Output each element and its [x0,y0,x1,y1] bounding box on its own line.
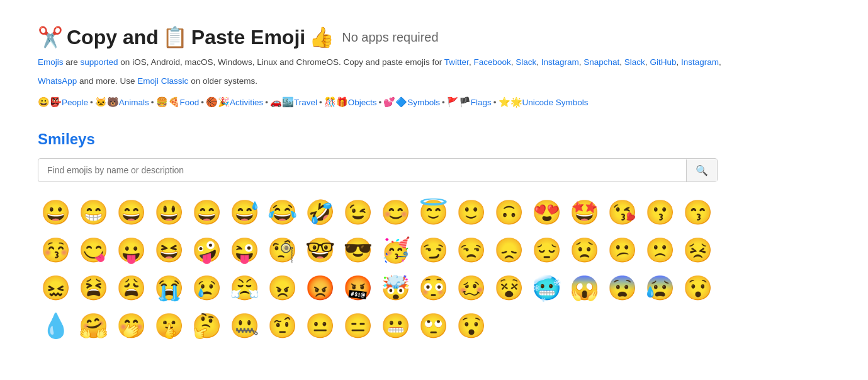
instagram-link1[interactable]: Instagram [541,57,579,67]
emoji-hugging[interactable]: 🤗 [76,308,111,343]
nav-objects[interactable]: Objects [348,94,377,111]
emoji-zany[interactable]: 🤪 [189,233,224,268]
emoji-exploding[interactable]: 🤯 [378,270,413,306]
symbols-emoji-icon: 💕 [383,93,395,112]
emoji-persevere[interactable]: 😣 [680,233,715,268]
emoji-cursing[interactable]: 🤬 [340,270,375,306]
category-nav: 😀 👺 People • 🐱 🐻 Animals • 🍔 🍕 Food • 🏀 … [38,93,830,112]
emoji-innocent[interactable]: 😇 [415,195,451,230]
emoji-tired[interactable]: 😫 [76,270,111,306]
nav-unicode[interactable]: Unicode Symbols [522,94,589,111]
emoji-pensive[interactable]: 😔 [529,233,564,268]
emoji-slightly-frowning[interactable]: 🙁 [642,233,677,268]
emoji-stuck-out-tongue[interactable]: 😛 [113,233,149,268]
emoji-winking-tongue[interactable]: 😜 [227,233,262,268]
emoji-smirk[interactable]: 😏 [415,233,451,268]
emoji-partying[interactable]: 🥳 [378,233,413,268]
emoji-weary[interactable]: 😩 [113,270,149,306]
emoji-sweat-smile[interactable]: 😅 [227,195,262,230]
emoji-kissing-closed[interactable]: 😚 [38,233,73,268]
emoji-hushed2[interactable]: 😯 [453,308,488,343]
emoji-dizzy[interactable]: 😵 [491,270,526,306]
nav-symbols[interactable]: Symbols [407,94,440,111]
emoji-sunglasses[interactable]: 😎 [340,233,375,268]
activities-emoji-icon: 🏀 [206,93,218,112]
travel-emoji-icon: 🚗 [270,93,282,112]
emoji-laughing[interactable]: 😂 [264,195,300,230]
emoji-slightly-smiling[interactable]: 🙂 [453,195,488,230]
facebook-link[interactable]: Facebook [473,57,510,67]
slack-link1[interactable]: Slack [516,57,536,67]
emoji-classic-link[interactable]: Emoji Classic [137,76,188,86]
emoji-disappointed[interactable]: 😞 [491,233,526,268]
emoji-cry[interactable]: 😢 [189,270,224,306]
instagram-link2[interactable]: Instagram [681,57,719,67]
nav-animals[interactable]: Animals [119,94,149,111]
slack-link2[interactable]: Slack [624,57,645,67]
snapchat-link[interactable]: Snapchat [583,57,619,67]
emoji-upside-down[interactable]: 🙃 [491,195,526,230]
search-button[interactable]: 🔍 [686,159,717,181]
nav-flags[interactable]: Flags [471,94,492,111]
emoji-zipper-mouth[interactable]: 🤐 [227,308,262,343]
emoji-raised-eyebrow[interactable]: 🤨 [264,308,300,343]
unicode-emoji-icon: ⭐ [499,93,510,112]
nav-food[interactable]: Food [180,94,200,111]
emoji-squinting[interactable]: 😆 [151,233,186,268]
emoji-heart-eyes[interactable]: 😍 [529,195,564,230]
flags-emoji2-icon: 🏴 [459,93,471,112]
nav-people[interactable]: People [62,94,88,111]
emoji-triumph[interactable]: 😤 [227,270,262,306]
emoji-star-struck[interactable]: 🤩 [566,195,602,230]
emoji-sob[interactable]: 😭 [151,270,186,306]
emoji-confused[interactable]: 😕 [604,233,640,268]
emoji-blush[interactable]: 😊 [378,195,413,230]
search-input[interactable] [38,159,686,181]
emoji-cold-sweat[interactable]: 😰 [642,270,677,306]
emoji-grinning[interactable]: 😀 [38,195,73,230]
emoji-unamused[interactable]: 😒 [453,233,488,268]
twitter-link[interactable]: Twitter [444,57,469,67]
emoji-yum[interactable]: 😋 [76,233,111,268]
emoji-nerd[interactable]: 🤓 [302,233,337,268]
emoji-hushed[interactable]: 😯 [680,270,715,306]
emoji-woozy[interactable]: 🥴 [453,270,488,306]
emoji-wink[interactable]: 😉 [340,195,375,230]
search-bar: 🔍 [38,158,718,182]
emoji-smile[interactable]: 😄 [189,195,224,230]
emoji-monocle[interactable]: 🧐 [264,233,300,268]
whatsapp-link[interactable]: WhatsApp [38,76,77,86]
emoji-angry[interactable]: 😠 [264,270,300,306]
emoji-rolling-eyes[interactable]: 🙄 [415,308,451,343]
emoji-kissing-smiling[interactable]: 😙 [680,195,715,230]
objects-emoji-icon: 🎊 [324,93,336,112]
supported-link[interactable]: supported [81,57,118,67]
emoji-neutral[interactable]: 😐 [302,308,337,343]
emoji-shushing[interactable]: 🤫 [151,308,186,343]
emoji-rofl[interactable]: 🤣 [302,195,337,230]
nav-activities[interactable]: Activities [230,94,263,111]
emoji-thinking[interactable]: 🤔 [189,308,224,343]
emoji-cold-face[interactable]: 🥶 [529,270,564,306]
emoji-kissing[interactable]: 😗 [642,195,677,230]
emoji-worried[interactable]: 😟 [566,233,602,268]
emoji-joy[interactable]: 😄 [113,195,149,230]
emoji-kissing-heart[interactable]: 😘 [604,195,640,230]
nav-travel[interactable]: Travel [294,94,317,111]
emoji-flushed[interactable]: 😳 [415,270,451,306]
emoji-hand-over-mouth[interactable]: 🤭 [113,308,149,343]
scissors-icon: ✂️ [38,25,63,49]
github-link[interactable]: GitHub [650,57,676,67]
emoji-grin[interactable]: 😁 [76,195,111,230]
emoji-confounded[interactable]: 😖 [38,270,73,306]
emojis-link[interactable]: Emojis [38,57,64,67]
emoji-fearful[interactable]: 😨 [604,270,640,306]
emoji-grimacing[interactable]: 😬 [378,308,413,343]
emoji-smiley[interactable]: 😃 [151,195,186,230]
symbols-emoji2-icon: 🔷 [395,93,407,112]
emoji-rage[interactable]: 😡 [302,270,337,306]
emoji-expressionless[interactable]: 😑 [340,308,375,343]
animals-emoji-icon: 🐱 [95,93,107,112]
emoji-sweat[interactable]: 💧 [38,308,73,343]
emoji-scream[interactable]: 😱 [566,270,602,306]
